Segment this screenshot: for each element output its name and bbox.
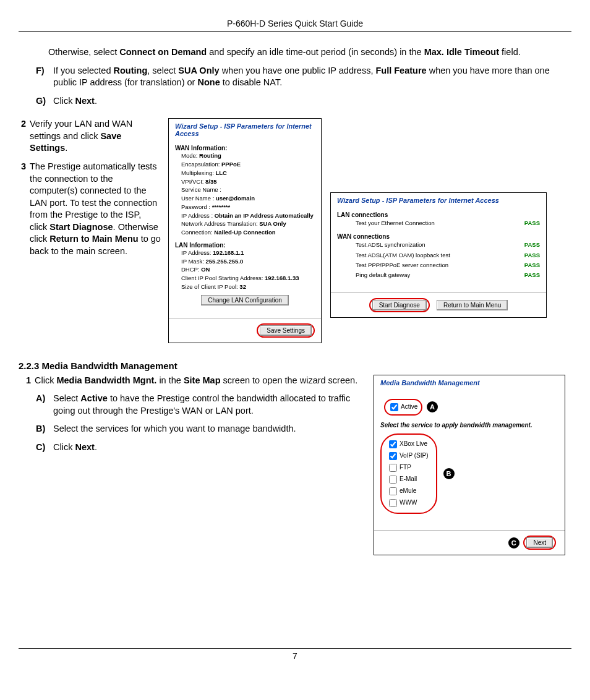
- routing-label: Routing: [114, 66, 148, 75]
- text: Click: [35, 375, 56, 385]
- text: , select: [147, 66, 178, 75]
- select-service-note: Select the service to apply bandwidth ma…: [380, 422, 558, 429]
- wan-info-heading: WAN Information:: [175, 145, 315, 152]
- test-row: Test your Ethernet Connection PASS: [337, 218, 540, 228]
- service-ftp[interactable]: FTP: [387, 464, 411, 471]
- step-3: 3 The Prestige automatically tests the c…: [19, 161, 161, 258]
- highlight-circle: Active: [384, 399, 422, 416]
- active-checkbox-row[interactable]: Active: [388, 403, 417, 410]
- value: PPPoE: [221, 161, 241, 168]
- step-g-label: G): [36, 95, 49, 108]
- max-idle-timeout-label: Max. Idle Timeout: [424, 47, 499, 57]
- label: Service Name :: [181, 186, 221, 193]
- checkbox[interactable]: [389, 464, 397, 472]
- checkbox-label: VoIP (SIP): [400, 452, 429, 459]
- panel-title: Wizard Setup - ISP Parameters for Intern…: [169, 119, 321, 142]
- step-f-label: F): [36, 65, 49, 89]
- service-www[interactable]: WWW: [387, 499, 417, 506]
- start-diagnose-label: Start Diagnose: [49, 222, 113, 232]
- lan-info-heading: LAN Information:: [175, 242, 315, 249]
- label: Client IP Pool Starting Address:: [181, 275, 265, 281]
- highlight-circle: Save Settings: [257, 323, 315, 338]
- value: 255.255.255.0: [205, 258, 243, 265]
- text: The Prestige automatically tests the con…: [30, 161, 157, 232]
- value: Obtain an IP Address Automatically: [215, 212, 314, 219]
- test-label: Ping default gateway: [356, 270, 515, 280]
- media-step-a: A) Select Active to have the Prestige co…: [36, 393, 361, 417]
- next-label: Next: [75, 442, 94, 452]
- label: Password :: [181, 203, 212, 210]
- wizard-panel-tests: Wizard Setup - ISP Parameters for Intern…: [330, 192, 547, 318]
- text: .: [95, 96, 97, 106]
- label: Multiplexing:: [181, 169, 215, 176]
- label: Network Address Translation:: [181, 220, 259, 227]
- return-main-menu-button[interactable]: Return to Main Menu: [437, 300, 508, 310]
- site-map-label: Site Map: [184, 375, 221, 385]
- none-label: None: [197, 77, 220, 87]
- checkbox-label: FTP: [400, 464, 411, 471]
- wizard-panel-wan-lan: Wizard Setup - ISP Parameters for Intern…: [168, 118, 322, 343]
- service-xbox[interactable]: XBox Live: [387, 440, 427, 447]
- step-1-num: 1: [24, 375, 31, 387]
- lan-connections-heading: LAN connections: [337, 211, 540, 218]
- text: and specify an idle time-out period (in …: [207, 47, 424, 57]
- test-row: Ping default gateway PASS: [337, 270, 540, 280]
- test-label: Test PPP/PPPoE server connection: [356, 260, 515, 270]
- checkbox[interactable]: [389, 487, 397, 495]
- text: to disable NAT.: [220, 77, 282, 87]
- test-row: Test ADSL(ATM OAM) loopback test PASS: [337, 250, 540, 260]
- service-voip[interactable]: VoIP (SIP): [387, 452, 429, 459]
- step-c-label: C): [36, 442, 49, 454]
- test-result: PASS: [515, 270, 540, 280]
- value: ********: [212, 203, 231, 210]
- value: Routing: [199, 152, 221, 159]
- wan-connections-heading: WAN connections: [337, 233, 540, 240]
- label: Connection:: [181, 229, 214, 236]
- media-bandwidth-panel: Media Bandwidth Management Active A Sele…: [374, 375, 565, 555]
- label: Size of Client IP Pool:: [181, 283, 239, 290]
- checkbox-label: XBox Live: [400, 440, 427, 447]
- label: VPI/VCI:: [181, 178, 205, 185]
- media-step-c: C) Click Next.: [36, 442, 361, 454]
- start-diagnose-button[interactable]: Start Diagnose: [372, 300, 427, 310]
- service-emule[interactable]: eMule: [387, 487, 416, 494]
- checkbox[interactable]: [389, 452, 397, 460]
- test-row: Test ADSL synchronization PASS: [337, 240, 540, 250]
- checkbox[interactable]: [389, 440, 397, 448]
- label: Mode:: [181, 152, 199, 159]
- test-label: Test your Ethernet Connection: [356, 218, 515, 228]
- text: in the: [156, 375, 184, 385]
- checkbox[interactable]: [389, 476, 397, 484]
- active-label: Active: [80, 393, 108, 403]
- checkbox-label: WWW: [400, 499, 417, 506]
- value: user@domain: [216, 195, 255, 202]
- checkbox[interactable]: [389, 499, 397, 507]
- value: Nailed-Up Connection: [214, 229, 275, 236]
- text: Click: [53, 96, 75, 106]
- step-a-label: A): [36, 393, 49, 417]
- panel-title: Media Bandwidth Management: [374, 375, 565, 391]
- media-step-b: B) Select the services for which you wan…: [36, 423, 361, 435]
- step-2-num: 2: [19, 118, 26, 155]
- label: User Name :: [181, 195, 216, 202]
- highlight-circle: XBox Live VoIP (SIP) FTP E-Mail eMule WW…: [380, 433, 437, 514]
- change-lan-button[interactable]: Change LAN Configuration: [201, 295, 289, 305]
- step-2: 2 Verify your LAN and WAN settings and c…: [19, 118, 161, 155]
- active-checkbox[interactable]: [390, 403, 398, 411]
- next-label: Next: [75, 96, 94, 106]
- next-button[interactable]: Next: [526, 537, 553, 548]
- highlight-circle: Start Diagnose: [369, 298, 430, 312]
- value: SUA Only: [259, 220, 286, 227]
- value: 32: [239, 283, 246, 290]
- value: ON: [201, 266, 210, 273]
- media-bandwidth-mgnt-label: Media Bandwidth Mgnt.: [56, 375, 156, 385]
- text: Select the services for which you want t…: [53, 424, 296, 433]
- label: Encapsulation:: [181, 161, 221, 168]
- test-label: Test ADSL synchronization: [356, 240, 515, 250]
- service-email[interactable]: E-Mail: [387, 476, 417, 482]
- text: If you selected: [53, 66, 114, 75]
- save-settings-button[interactable]: Save Settings: [260, 325, 312, 336]
- sua-only-label: SUA Only: [178, 66, 219, 75]
- test-result: PASS: [515, 218, 540, 228]
- text: Otherwise, select: [48, 47, 119, 57]
